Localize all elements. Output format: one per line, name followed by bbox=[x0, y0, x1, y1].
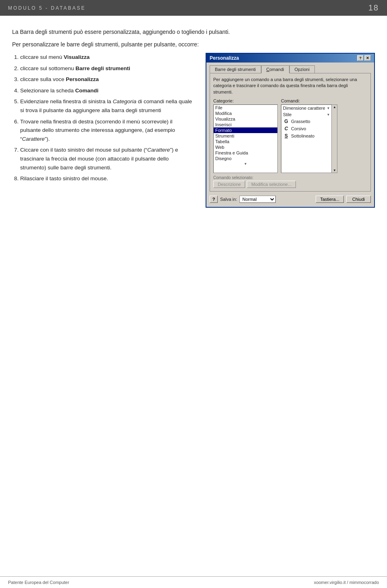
category-modifica[interactable]: Modifica bbox=[214, 111, 277, 116]
tastiera-button[interactable]: Tastiera... bbox=[316, 196, 344, 203]
category-disegno[interactable]: Disegno bbox=[214, 156, 277, 161]
dialog-tabs: Barre degli strumenti Comandi Opzioni bbox=[210, 65, 371, 73]
scrolldown-btn[interactable]: ▼ bbox=[332, 168, 337, 173]
step-3: cliccare sulla voce Personalizza bbox=[20, 75, 194, 84]
cmd-grassetto[interactable]: G Grassetto bbox=[281, 118, 331, 125]
step-6: Trovare nella finestra di destra (scorre… bbox=[20, 117, 194, 144]
category-visualizza[interactable]: Visualizza bbox=[214, 116, 277, 122]
cmd-sottolineato[interactable]: S Sottolineato bbox=[281, 132, 331, 140]
commands-label: Comandi: bbox=[281, 98, 367, 103]
tab-barre[interactable]: Barre degli strumenti bbox=[210, 65, 261, 73]
module-title: MODULO 5 - DATABASE bbox=[8, 5, 86, 11]
intro-line2: Per personalizzare le barre degli strume… bbox=[12, 40, 375, 49]
savein-select[interactable]: Normal bbox=[239, 196, 276, 203]
dialog-window: Personalizza ? ✕ Barre degli strumenti C… bbox=[206, 53, 375, 208]
close-title-button[interactable]: ✕ bbox=[364, 55, 371, 61]
dialog-title: Personalizza bbox=[210, 55, 239, 61]
cmd-arrow-dimensione: ▼ bbox=[327, 106, 330, 110]
step-2: cliccare sul sottomenu Barre degli strum… bbox=[20, 64, 194, 73]
dialog-titlebar: Personalizza ? ✕ bbox=[206, 54, 374, 63]
page-number: 18 bbox=[368, 3, 379, 13]
category-finestra[interactable]: Finestra e Guida bbox=[214, 150, 277, 156]
help-icon: ? bbox=[212, 197, 215, 202]
category-strumenti[interactable]: Strumenti bbox=[214, 133, 277, 139]
help-button[interactable]: ? bbox=[210, 196, 218, 203]
dialog-body: Barre degli strumenti Comandi Opzioni Pe… bbox=[206, 63, 374, 207]
category-tabella[interactable]: Tabella bbox=[214, 139, 277, 144]
category-formato[interactable]: Formato bbox=[214, 127, 277, 133]
cmd-stile[interactable]: Stile ▼ bbox=[281, 111, 331, 118]
step-8: Rilasciare il tasto sinistro del mouse. bbox=[20, 174, 194, 183]
footer-right: xoomer.virgilio.it / mimmocorrado bbox=[314, 580, 379, 585]
categories-panel: Categorie: File Modifica Visualizza Inse… bbox=[213, 98, 278, 173]
scrollup-btn[interactable]: ▲ bbox=[332, 105, 337, 109]
header-bar: MODULO 5 - DATABASE 18 bbox=[0, 0, 387, 16]
category-inserisci[interactable]: Inserisci bbox=[214, 122, 277, 127]
underline-icon: S bbox=[283, 133, 289, 139]
tab-content: Per aggiungere un comando a una barra de… bbox=[210, 73, 371, 192]
steps-list: cliccare sul menù Visualizza cliccare su… bbox=[12, 53, 194, 208]
selected-cmd-section: Comando selezionato: Descrizione Modific… bbox=[213, 175, 367, 188]
cmd-corsivo[interactable]: C Corsivo bbox=[281, 125, 331, 132]
step-5: Evidenziare nella finestra di sinistra l… bbox=[20, 97, 194, 115]
cmd-dimensione[interactable]: Dimensione carattere ▼ bbox=[281, 105, 331, 111]
category-file[interactable]: File bbox=[214, 105, 277, 111]
titlebar-buttons: ? ✕ bbox=[357, 55, 371, 61]
page-footer: Patente Europea del Computer xoomer.virg… bbox=[0, 576, 387, 588]
step-1: cliccare sul menù Visualizza bbox=[20, 53, 194, 62]
selected-cmd-label: Comando selezionato: bbox=[213, 175, 367, 180]
italic-icon: C bbox=[283, 126, 289, 131]
commands-panel: Comandi: Dimensione carattere ▼ bbox=[281, 98, 367, 173]
savein-label: Salva in: bbox=[220, 197, 237, 202]
bottom-buttons: Descrizione Modifica selezione... bbox=[213, 181, 367, 188]
footer-left: Patente Europea del Computer bbox=[8, 580, 69, 585]
modifica-selezione-button[interactable]: Modifica selezione... bbox=[247, 181, 296, 188]
main-content: La Barra degli strumenti può essere pers… bbox=[0, 16, 387, 216]
tab-opzioni[interactable]: Opzioni bbox=[289, 65, 315, 73]
dialog-footer: ? Salva in: Normal Tastiera... Chiudi bbox=[210, 194, 371, 204]
two-panel: Categorie: File Modifica Visualizza Inse… bbox=[213, 98, 367, 173]
dialog-container: Personalizza ? ✕ Barre degli strumenti C… bbox=[206, 53, 375, 208]
tab-comandi[interactable]: Comandi bbox=[261, 65, 289, 73]
chiudi-button[interactable]: Chiudi bbox=[346, 196, 371, 203]
step-4: Selezionare la scheda Comandi bbox=[20, 86, 194, 95]
steps-container: cliccare sul menù Visualizza cliccare su… bbox=[12, 53, 375, 208]
step-7: Ciccare con il tasto sinistro del mouse … bbox=[20, 146, 194, 172]
tab-description: Per aggiungere un comando a una barra de… bbox=[213, 77, 367, 95]
cmd-arrow-stile: ▼ bbox=[327, 113, 330, 117]
categories-label: Categorie: bbox=[213, 98, 278, 103]
category-web[interactable]: Web bbox=[214, 144, 277, 150]
descrizione-button[interactable]: Descrizione bbox=[213, 181, 245, 188]
categories-listbox[interactable]: File Modifica Visualizza Inserisci Forma… bbox=[213, 104, 278, 173]
bold-icon: G bbox=[283, 119, 289, 124]
commands-listbox[interactable]: Dimensione carattere ▼ Stile ▼ bbox=[281, 104, 332, 173]
help-title-button[interactable]: ? bbox=[357, 55, 364, 61]
intro-line1: La Barra degli strumenti può essere pers… bbox=[12, 28, 375, 36]
